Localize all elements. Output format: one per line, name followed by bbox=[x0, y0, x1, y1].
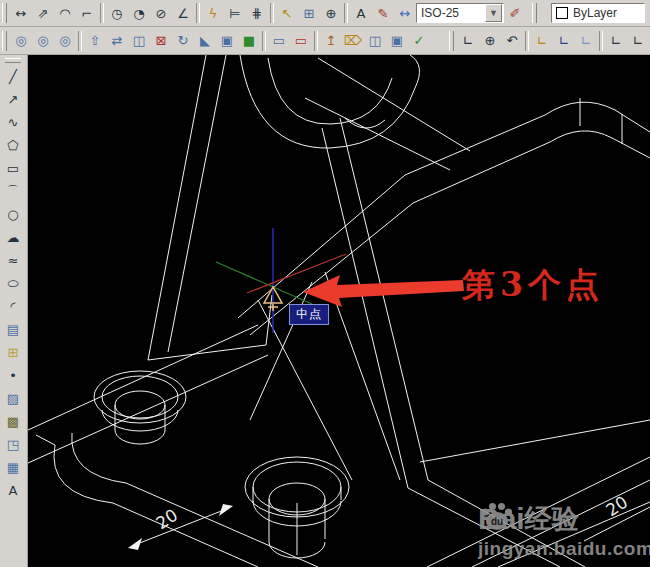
quick-dimension-button[interactable]: ϟ bbox=[202, 2, 224, 24]
toolbar-grip[interactable] bbox=[2, 31, 7, 51]
toolbar-separator bbox=[599, 31, 603, 51]
wireframe-base-plate bbox=[28, 98, 650, 567]
toolbar-grip[interactable] bbox=[2, 3, 7, 23]
region-button[interactable]: ◳ bbox=[1, 433, 25, 456]
hatch-button[interactable]: ▨ bbox=[1, 387, 25, 410]
osnap-tooltip: 中点 bbox=[289, 304, 329, 325]
wireframe-web bbox=[148, 55, 585, 567]
copy-faces-button[interactable]: ▣ bbox=[216, 30, 238, 52]
ellipse-button[interactable]: ⬭ bbox=[1, 272, 25, 295]
dim-style-select[interactable]: ISO-25 ▼ bbox=[416, 3, 504, 23]
delete-faces-button[interactable]: ⊠ bbox=[150, 30, 172, 52]
baseline-dimension-button[interactable]: ⊨ bbox=[224, 2, 246, 24]
draw-toolbar-buttons: ╱↗∿⬠▭⌒○☁≈⬭◜▤⊞•▨▩◳▦A bbox=[0, 65, 27, 502]
check-button[interactable]: ✓ bbox=[408, 30, 430, 52]
solids-editing-toolbar: ◎◎◎⇧⇄◫⊠↻◣▣■▭▭↥⌦◫▣✓ ∟⊕↶∟∟∟∟∟ bbox=[0, 27, 650, 55]
revision-cloud-button[interactable]: ☁ bbox=[1, 226, 25, 249]
arc-length-dimension-button[interactable]: ◠ bbox=[54, 2, 76, 24]
wireframe-boss bbox=[240, 55, 470, 170]
point-button[interactable]: • bbox=[1, 364, 25, 387]
draw-toolbar: ╱↗∿⬠▭⌒○☁≈⬭◜▤⊞•▨▩◳▦A bbox=[0, 55, 28, 567]
toolbar-separator bbox=[262, 31, 266, 51]
solids-editing-buttons: ◎◎◎⇧⇄◫⊠↻◣▣■▭▭↥⌦◫▣✓ bbox=[10, 30, 430, 52]
origin-ucs-button[interactable]: ∟ bbox=[605, 30, 627, 52]
drawing-canvas[interactable]: 20 20 中点 第3个点 Bai bbox=[28, 55, 650, 567]
circle-button[interactable]: ○ bbox=[1, 203, 25, 226]
intersect-button[interactable]: ◎ bbox=[54, 30, 76, 52]
insert-block-button[interactable]: ▤ bbox=[1, 318, 25, 341]
dimension-toolbar-buttons: ↔⇗◠⌐◷◔⊘∠ϟ⊨⋕↖⊞⊕A✎↔ bbox=[10, 2, 416, 24]
extrude-faces-button[interactable]: ⇧ bbox=[84, 30, 106, 52]
construction-line-button[interactable]: ↗ bbox=[1, 88, 25, 111]
clean-button[interactable]: ⌦ bbox=[342, 30, 364, 52]
continue-dimension-button[interactable]: ⋕ bbox=[246, 2, 268, 24]
move-faces-button[interactable]: ⇄ bbox=[106, 30, 128, 52]
table-button[interactable]: ▦ bbox=[1, 456, 25, 479]
shell-button[interactable]: ▣ bbox=[386, 30, 408, 52]
make-block-button[interactable]: ⊞ bbox=[1, 341, 25, 364]
ucs-button[interactable]: ∟ bbox=[457, 30, 479, 52]
imprint-button[interactable]: ↥ bbox=[320, 30, 342, 52]
face-ucs-button[interactable]: ∟ bbox=[531, 30, 553, 52]
toolbar-separator bbox=[344, 3, 348, 23]
toolbar-grip[interactable] bbox=[5, 58, 21, 63]
wireframe-hole-center bbox=[245, 457, 349, 558]
toolbar-grip[interactable] bbox=[449, 31, 454, 51]
chevron-down-icon[interactable]: ▼ bbox=[485, 4, 502, 22]
dimension-annotation-left: 20 bbox=[128, 504, 233, 550]
diameter-dimension-button[interactable]: ⊘ bbox=[150, 2, 172, 24]
dimension-style-button[interactable]: ✐ bbox=[504, 2, 526, 24]
watermark-cn: 经验 bbox=[525, 501, 579, 537]
union-button[interactable]: ◎ bbox=[10, 30, 32, 52]
aligned-dimension-button[interactable]: ⇗ bbox=[32, 2, 54, 24]
toolbar-grip[interactable] bbox=[532, 3, 537, 23]
color-control-select[interactable]: ByLayer bbox=[551, 3, 645, 23]
multiline-text-button[interactable]: A bbox=[1, 479, 25, 502]
polyline-button[interactable]: ∿ bbox=[1, 111, 25, 134]
tolerance-button[interactable]: ⊞ bbox=[298, 2, 320, 24]
polygon-button[interactable]: ⬠ bbox=[1, 134, 25, 157]
color-swatch bbox=[556, 7, 568, 19]
taper-faces-button[interactable]: ◣ bbox=[194, 30, 216, 52]
world-ucs-button[interactable]: ⊕ bbox=[479, 30, 501, 52]
copy-edges-button[interactable]: ▭ bbox=[268, 30, 290, 52]
rotate-faces-button[interactable]: ↻ bbox=[172, 30, 194, 52]
ordinate-dimension-button[interactable]: ⌐ bbox=[76, 2, 98, 24]
quick-leader-button[interactable]: ↖ bbox=[276, 2, 298, 24]
watermark: Bai du 经验 jingyan.baidu.com bbox=[478, 501, 650, 560]
dimension-update-button[interactable]: ↔ bbox=[394, 2, 416, 24]
annotation-label: 第3个点 bbox=[462, 263, 648, 308]
rectangle-button[interactable]: ▭ bbox=[1, 157, 25, 180]
spline-button[interactable]: ≈ bbox=[1, 249, 25, 272]
dim-style-value: ISO-25 bbox=[421, 6, 485, 20]
arc-button[interactable]: ⌒ bbox=[1, 180, 25, 203]
radius-dimension-button[interactable]: ◷ bbox=[106, 2, 128, 24]
previous-ucs-button[interactable]: ↶ bbox=[501, 30, 523, 52]
toolbar-separator bbox=[525, 31, 529, 51]
zaxis-ucs-button[interactable]: ∟ bbox=[627, 30, 649, 52]
toolbar-separator bbox=[100, 3, 104, 23]
jogged-dimension-button[interactable]: ◔ bbox=[128, 2, 150, 24]
subtract-button[interactable]: ◎ bbox=[32, 30, 54, 52]
object-ucs-button[interactable]: ∟ bbox=[553, 30, 575, 52]
center-mark-button[interactable]: ⊕ bbox=[320, 2, 342, 24]
angular-dimension-button[interactable]: ∠ bbox=[172, 2, 194, 24]
linear-dimension-button[interactable]: ↔ bbox=[10, 2, 32, 24]
ucs-toolbar-buttons: ∟⊕↶∟∟∟∟∟ bbox=[457, 30, 649, 52]
watermark-du: du bbox=[491, 516, 503, 527]
gradient-button[interactable]: ▩ bbox=[1, 410, 25, 433]
osnap-tooltip-text: 中点 bbox=[296, 307, 322, 321]
color-edges-button[interactable]: ▭ bbox=[290, 30, 312, 52]
dimension-edit-button[interactable]: ✎ bbox=[372, 2, 394, 24]
wireframe-hole-left bbox=[94, 371, 186, 444]
dimension-text-edit-button[interactable]: A bbox=[350, 2, 372, 24]
color-control-value: ByLayer bbox=[573, 6, 643, 20]
toolbar-separator bbox=[196, 3, 200, 23]
watermark-url: jingyan.baidu.com bbox=[478, 538, 650, 560]
separate-solids-button[interactable]: ◫ bbox=[364, 30, 386, 52]
color-faces-button[interactable]: ■ bbox=[238, 30, 260, 52]
view-ucs-button[interactable]: ∟ bbox=[575, 30, 597, 52]
line-button[interactable]: ╱ bbox=[1, 65, 25, 88]
offset-faces-button[interactable]: ◫ bbox=[128, 30, 150, 52]
ellipse-arc-button[interactable]: ◜ bbox=[1, 295, 25, 318]
